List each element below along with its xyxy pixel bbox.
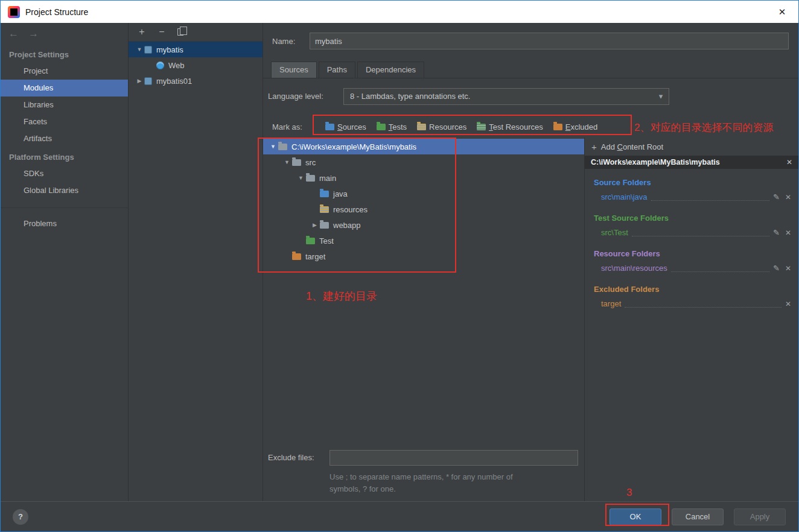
plus-icon: +: [591, 142, 597, 152]
language-level-select[interactable]: 8 - Lambdas, type annotations etc. ▾: [343, 88, 669, 105]
excluded-folder-icon: [292, 253, 301, 260]
module-row-label: mybatis01: [156, 77, 192, 86]
window-title: Project Structure: [25, 7, 88, 17]
module-editor: Name: Sources Paths Dependencies Languag…: [263, 23, 798, 501]
add-content-root-label: Add Content Root: [601, 142, 663, 151]
tree-row-src[interactable]: ▼ src: [263, 154, 584, 170]
module-row-mybatis[interactable]: ▼ mybatis: [129, 42, 263, 57]
chevron-right-icon[interactable]: ▶: [135, 78, 144, 84]
exclude-files-hint: Use ; to separate name patterns, * for a…: [329, 471, 578, 495]
modules-panel: + − ▼ mybatis Web ▶ mybatis01: [129, 23, 263, 501]
tree-row-label: java: [333, 189, 348, 198]
test-source-folder-path[interactable]: src\Test: [601, 228, 628, 237]
tree-row-label: webapp: [333, 221, 361, 230]
chevron-down-icon[interactable]: ▼: [282, 159, 292, 165]
edit-icon[interactable]: ✎: [773, 228, 780, 237]
sidebar-item-artifacts[interactable]: Artifacts: [1, 130, 128, 147]
sidebar-item-global-libraries[interactable]: Global Libraries: [1, 182, 128, 199]
mark-as-label: Mark as:: [272, 122, 325, 131]
chevron-down-icon[interactable]: ▼: [135, 46, 144, 52]
exclude-files-input[interactable]: [329, 450, 578, 466]
sidebar-item-facets[interactable]: Facets: [1, 113, 128, 130]
mark-button-label: Tests: [389, 122, 407, 131]
resource-folder-path[interactable]: src\main\resources: [601, 264, 667, 273]
help-button[interactable]: ?: [13, 509, 28, 525]
tree-row-main[interactable]: ▼ main: [263, 170, 584, 186]
test-folder-icon: [377, 124, 386, 130]
mark-as-resources-button[interactable]: Resources: [417, 122, 466, 131]
content-roots-panel: + Add Content Root C:\iWorks\example\MyB…: [584, 138, 798, 501]
add-module-icon[interactable]: +: [138, 27, 146, 37]
remove-icon[interactable]: ✕: [785, 300, 791, 308]
remove-icon[interactable]: ✕: [785, 229, 791, 237]
copy-module-icon[interactable]: [177, 28, 183, 36]
excluded-folder-entry: target ✕: [601, 296, 791, 311]
sidebar-item-sdks[interactable]: SDKs: [1, 165, 128, 182]
edit-icon[interactable]: ✎: [773, 264, 780, 273]
resource-folder-icon: [417, 124, 426, 130]
mark-as-row: Mark as: Sources Tests Resources Test Re…: [272, 118, 608, 135]
tree-row-java[interactable]: java: [263, 186, 584, 201]
tree-row-label: target: [305, 252, 325, 261]
back-icon[interactable]: ←: [8, 28, 19, 40]
chevron-down-icon[interactable]: ▼: [268, 144, 278, 150]
mark-as-sources-button[interactable]: Sources: [325, 122, 366, 131]
source-folder-entry: src\main\java ✎ ✕: [601, 189, 791, 204]
tree-row-label: main: [319, 174, 336, 183]
tab-dependencies[interactable]: Dependencies: [357, 62, 424, 78]
remove-icon[interactable]: ✕: [785, 193, 791, 201]
footer-buttons: OK Cancel Apply: [610, 508, 786, 525]
project-settings-header: Project Settings: [1, 45, 128, 63]
tree-row-label: C:\iWorks\example\MyBatis\mybatis: [291, 142, 416, 151]
platform-settings-header: Platform Settings: [1, 147, 128, 165]
sidebar-item-libraries[interactable]: Libraries: [1, 97, 128, 113]
resource-folder-icon: [320, 206, 329, 213]
cancel-button[interactable]: Cancel: [672, 508, 724, 525]
folder-icon: [306, 175, 315, 182]
language-level-value: 8 - Lambdas, type annotations etc.: [350, 92, 470, 101]
tab-sources[interactable]: Sources: [271, 62, 317, 78]
window-close-icon[interactable]: ✕: [773, 7, 791, 17]
edit-icon[interactable]: ✎: [773, 192, 780, 201]
sidebar-item-modules[interactable]: Modules: [1, 80, 128, 97]
tree-row-content-root[interactable]: ▼ C:\iWorks\example\MyBatis\mybatis: [263, 139, 584, 154]
tree-row-test[interactable]: Test: [263, 233, 584, 249]
module-name-input[interactable]: [310, 33, 789, 49]
excluded-folder-path[interactable]: target: [601, 299, 621, 308]
remove-icon[interactable]: ✕: [785, 264, 791, 273]
module-row-mybatis01[interactable]: ▶ mybatis01: [129, 73, 263, 89]
dotted-leader: [671, 265, 769, 272]
tree-row-webapp[interactable]: ▶ webapp: [263, 217, 584, 233]
sidebar-item-project[interactable]: Project: [1, 63, 128, 80]
tree-row-target[interactable]: target: [263, 249, 584, 264]
ok-button[interactable]: OK: [610, 508, 661, 525]
resource-folders-title: Resource Folders: [594, 249, 798, 258]
excluded-folders-title: Excluded Folders: [594, 285, 798, 294]
test-resource-folder-icon: [477, 124, 486, 130]
mark-as-test-resources-button[interactable]: Test Resources: [477, 122, 543, 131]
tree-row-resources[interactable]: resources: [263, 201, 584, 217]
dialog-footer: ? OK Cancel Apply: [1, 501, 798, 531]
add-content-root-button[interactable]: + Add Content Root: [585, 138, 798, 156]
tab-paths[interactable]: Paths: [319, 62, 355, 78]
resource-folder-entry: src\main\resources ✎ ✕: [601, 261, 791, 276]
source-folder-icon: [325, 124, 334, 130]
chevron-down-icon: ▾: [653, 92, 669, 101]
chevron-right-icon[interactable]: ▶: [310, 222, 320, 228]
directory-tree: ▼ C:\iWorks\example\MyBatis\mybatis ▼ sr…: [263, 139, 584, 264]
apply-button[interactable]: Apply: [734, 508, 786, 525]
modules-toolbar: + −: [129, 23, 263, 42]
module-row-web-facet[interactable]: Web: [129, 57, 263, 73]
mark-as-tests-button[interactable]: Tests: [377, 122, 407, 131]
module-row-label: mybatis: [156, 45, 183, 54]
remove-content-root-icon[interactable]: ✕: [786, 158, 792, 166]
remove-module-icon[interactable]: −: [158, 27, 166, 37]
name-label: Name:: [272, 37, 310, 46]
forward-icon[interactable]: →: [28, 28, 39, 40]
source-folder-path[interactable]: src\main\java: [601, 192, 648, 201]
chevron-down-icon[interactable]: ▼: [296, 175, 306, 181]
sidebar-item-problems[interactable]: Problems: [1, 215, 128, 232]
test-source-folders-title: Test Source Folders: [594, 214, 798, 223]
test-source-folder-entry: src\Test ✎ ✕: [601, 225, 791, 240]
mark-as-excluded-button[interactable]: Excluded: [553, 122, 597, 131]
